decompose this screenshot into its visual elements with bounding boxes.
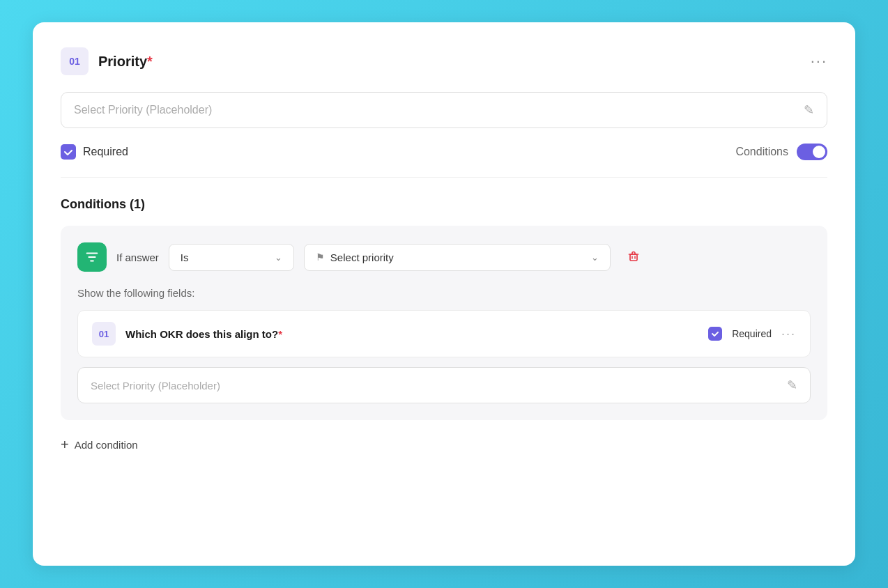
nested-checkmark-icon	[711, 330, 719, 338]
required-checkbox[interactable]	[61, 144, 76, 160]
conditions-toggle-label: Conditions	[735, 146, 788, 158]
header-row: 01 Priority* ···	[61, 47, 827, 75]
field-title: Priority*	[98, 54, 153, 70]
priority-dropdown-chevron-icon: ⌄	[591, 252, 599, 263]
nested-more-options-button[interactable]: ···	[781, 327, 796, 341]
nested-field-title: Which OKR does this align to?*	[125, 328, 698, 340]
is-dropdown-value: Is	[181, 252, 189, 263]
dropdown-priority-inner: ⚑ Select priority	[316, 252, 394, 263]
nested-required-star: *	[278, 328, 282, 340]
conditions-right: Conditions	[735, 144, 827, 160]
checkmark-icon	[63, 147, 73, 157]
field-title-text: Priority	[98, 54, 147, 69]
divider	[61, 177, 827, 178]
required-star: *	[147, 54, 153, 69]
is-dropdown[interactable]: Is ⌄	[169, 244, 294, 271]
nested-placeholder-text: Select Priority (Placeholder)	[91, 380, 787, 392]
add-icon: +	[61, 437, 69, 453]
add-condition-row[interactable]: + Add condition	[61, 437, 827, 453]
nested-field-title-text: Which OKR does this align to?	[125, 328, 278, 340]
required-left: Required	[61, 144, 128, 160]
conditions-section: Conditions (1) If answer Is ⌄	[61, 197, 827, 453]
more-options-button[interactable]: ···	[811, 52, 827, 70]
step-badge: 01	[61, 47, 89, 75]
main-card: 01 Priority* ··· Select Priority (Placeh…	[33, 22, 855, 566]
condition-card: If answer Is ⌄ ⚑ Select priority ⌄	[61, 226, 827, 420]
if-answer-label: If answer	[116, 252, 159, 263]
conditions-title: Conditions (1)	[61, 197, 827, 212]
placeholder-input-row[interactable]: Select Priority (Placeholder) ✎	[61, 92, 827, 128]
select-priority-dropdown[interactable]: ⚑ Select priority ⌄	[304, 244, 611, 271]
placeholder-input-text: Select Priority (Placeholder)	[74, 104, 804, 116]
nested-required-checkbox[interactable]	[708, 327, 722, 341]
conditions-toggle[interactable]	[797, 144, 827, 160]
header-left: 01 Priority*	[61, 47, 153, 75]
nested-placeholder-row[interactable]: Select Priority (Placeholder) ✎	[77, 367, 811, 403]
required-label: Required	[83, 146, 128, 158]
priority-dropdown-placeholder: Select priority	[330, 252, 394, 263]
nested-step-badge: 01	[92, 322, 116, 346]
is-dropdown-chevron-icon: ⌄	[275, 252, 282, 263]
trash-icon	[626, 248, 641, 263]
nested-field-card: 01 Which OKR does this align to?* Requir…	[77, 310, 811, 357]
svg-rect-0	[630, 254, 637, 261]
edit-icon[interactable]: ✎	[804, 102, 814, 118]
flag-icon: ⚑	[316, 252, 325, 263]
required-row: Required Conditions	[61, 144, 827, 160]
nested-required-label: Required	[732, 328, 772, 339]
filter-icon-box	[77, 242, 107, 272]
filter-icon	[84, 249, 100, 265]
delete-condition-button[interactable]	[626, 248, 641, 267]
condition-top-row: If answer Is ⌄ ⚑ Select priority ⌄	[77, 242, 811, 272]
nested-edit-icon[interactable]: ✎	[787, 378, 797, 393]
show-fields-label: Show the following fields:	[77, 287, 811, 299]
add-condition-label: Add condition	[75, 439, 138, 451]
